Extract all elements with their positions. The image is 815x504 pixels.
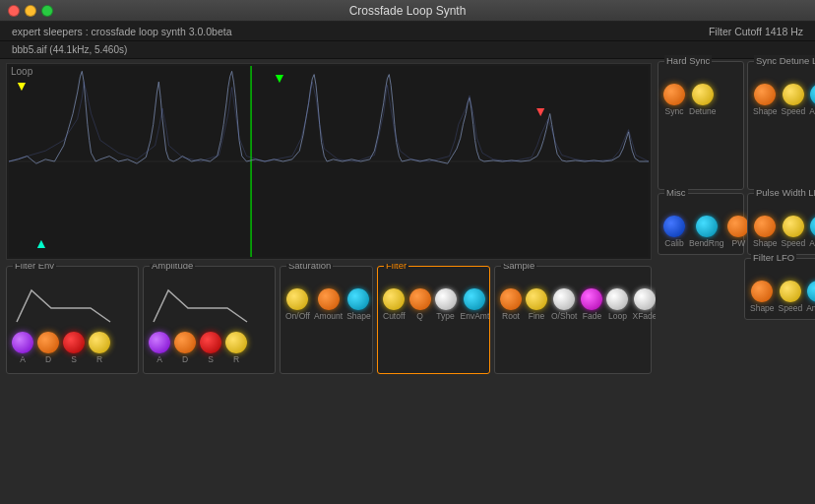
amp-R-item[interactable]: R (225, 332, 247, 364)
sync-detune-lfo-panel: Sync Detune LFO Shape Speed Amrnt (747, 61, 815, 190)
waveform-display (9, 66, 649, 257)
flfo-amrnt-knob[interactable] (807, 281, 815, 302)
marker-cyan: ▲ (34, 235, 48, 251)
sample-knobs: Root Fine O/Shot Fade (500, 281, 646, 323)
misc-pw-label: PW (732, 238, 746, 248)
filter-env-S-knob[interactable] (63, 332, 85, 353)
sync-knob-item[interactable]: Sync (663, 84, 685, 116)
sample-xfade-item[interactable]: XFade (632, 288, 656, 321)
sat-onoff-knob[interactable] (286, 288, 308, 310)
filter-envamt-label: EnvAmt (461, 311, 490, 321)
knob-S-item[interactable]: S (63, 332, 85, 364)
window-title: Crossfade Loop Synth (349, 4, 467, 18)
amp-A-knob[interactable] (149, 332, 170, 353)
sample-loop-item[interactable]: Loop (606, 288, 628, 321)
knob-D-item[interactable]: D (37, 332, 59, 364)
sample-label: Sample (501, 264, 536, 271)
marker-red: ▼ (533, 103, 547, 119)
filter-cutoff-label: Cutoff (383, 311, 406, 321)
misc-label: Misc (664, 187, 688, 198)
flfo-shape-knob[interactable] (751, 281, 773, 302)
sample-root-label: Root (502, 311, 520, 321)
sample-oshot-knob[interactable] (553, 288, 575, 310)
filter-info: Filter Cutoff 1418 Hz (709, 26, 803, 37)
pwlfo-amrnt-knob[interactable] (810, 216, 815, 237)
filter-type-knob[interactable] (435, 288, 457, 310)
amp-S-item[interactable]: S (200, 332, 221, 364)
pwlfo-speed-knob[interactable] (783, 216, 804, 237)
filter-q-item[interactable]: Q (409, 288, 431, 321)
misc-calib-knob[interactable] (663, 216, 685, 237)
file-name: bbb5.aif (44.1kHz, 5.460s) (12, 44, 127, 55)
sat-amount-item[interactable]: Amount (314, 288, 343, 321)
sync-knob[interactable] (663, 84, 685, 105)
sdlfo-speed-knob[interactable] (783, 84, 804, 105)
misc-bendrng-knob[interactable] (696, 216, 718, 237)
sdlfo-amrnt-knob[interactable] (810, 84, 815, 105)
sat-shape-label: Shape (346, 311, 371, 321)
filter-lfo-panel: Filter LFO Shape Speed Amrnt (744, 258, 815, 320)
sample-panel: Sample Root Fine O/Shot (494, 266, 652, 374)
sample-fine-label: Fine (529, 311, 545, 321)
filter-env-R-knob[interactable] (89, 332, 110, 353)
waveform-section[interactable]: Loop ▼ ▼ ▼ ▲ (6, 63, 652, 260)
filter-q-knob[interactable] (409, 288, 431, 310)
sat-onoff-label: On/Off (285, 311, 310, 321)
app-info: expert sleepers : crossfade loop synth 3… (12, 26, 232, 37)
sample-root-item[interactable]: Root (500, 288, 522, 321)
maximize-button[interactable] (41, 5, 53, 17)
knob-R-item[interactable]: R (89, 332, 110, 364)
sdlfo-shape-knob[interactable] (754, 84, 776, 105)
sat-shape-knob[interactable] (347, 288, 369, 310)
sat-onoff-item[interactable]: On/Off (285, 288, 310, 321)
amp-D-knob[interactable] (174, 332, 196, 353)
amp-D-item[interactable]: D (174, 332, 196, 364)
saturation-panel: Saturation On/Off Amount Shape (280, 266, 373, 374)
saturation-label: Saturation (286, 264, 333, 271)
marker-yellow: ▼ (15, 78, 29, 94)
sample-oshot-item[interactable]: O/Shot (551, 288, 577, 321)
hard-sync-knobs: Sync Detune (663, 76, 738, 118)
pwlfo-amrnt-label: Amrnt (809, 238, 815, 248)
close-button[interactable] (8, 5, 20, 17)
flfo-amrnt-label: Amrnt (806, 303, 815, 313)
sample-fine-item[interactable]: Fine (526, 288, 547, 321)
filter-cutoff-item[interactable]: Cutoff (383, 288, 406, 321)
sat-amount-label: Amount (314, 311, 343, 321)
amp-A-item[interactable]: A (149, 332, 170, 364)
filter-envamt-knob[interactable] (464, 288, 485, 310)
minimize-button[interactable] (25, 5, 36, 17)
filter-env-A-knob[interactable] (12, 332, 33, 353)
sdlfo-shape-label: Shape (753, 106, 778, 116)
sample-fade-knob[interactable] (581, 288, 602, 310)
filter-type-item[interactable]: Type (435, 288, 457, 321)
pw-lfo-label: Pulse Width LFO (754, 187, 815, 198)
knob-A-item[interactable]: A (12, 332, 33, 364)
window-controls[interactable] (8, 5, 53, 17)
sat-amount-knob[interactable] (318, 288, 340, 310)
flfo-speed-knob[interactable] (780, 281, 801, 302)
filter-env-D-label: D (45, 354, 51, 364)
pwlfo-shape-knob[interactable] (754, 216, 776, 237)
saturation-knobs: On/Off Amount Shape (285, 281, 367, 323)
sample-fine-knob[interactable] (526, 288, 547, 310)
sample-xfade-knob[interactable] (634, 288, 656, 310)
sync-label: Sync (665, 106, 684, 116)
flfo-shape-label: Shape (750, 303, 775, 313)
sample-fade-item[interactable]: Fade (581, 288, 602, 321)
sample-loop-knob[interactable] (606, 288, 628, 310)
detune-knob[interactable] (692, 84, 714, 105)
filter-cutoff-knob[interactable] (383, 288, 405, 310)
sync-detune-lfo-knobs: Shape Speed Amrnt Invt (753, 76, 815, 118)
filter-lfo-knobs: Shape Speed Amrnt Invt (750, 273, 815, 315)
loop-label: Loop (11, 66, 32, 77)
filter-envamt-item[interactable]: EnvAmt (461, 288, 490, 321)
amp-R-knob[interactable] (225, 332, 247, 353)
amp-S-knob[interactable] (200, 332, 221, 353)
sample-root-knob[interactable] (500, 288, 522, 310)
sample-fade-label: Fade (583, 311, 601, 321)
filter-env-D-knob[interactable] (37, 332, 59, 353)
sat-shape-item[interactable]: Shape (346, 288, 371, 321)
filter-knobs: Cutoff Q Type EnvAmt (383, 281, 484, 323)
detune-knob-item[interactable]: Detune (689, 84, 716, 116)
